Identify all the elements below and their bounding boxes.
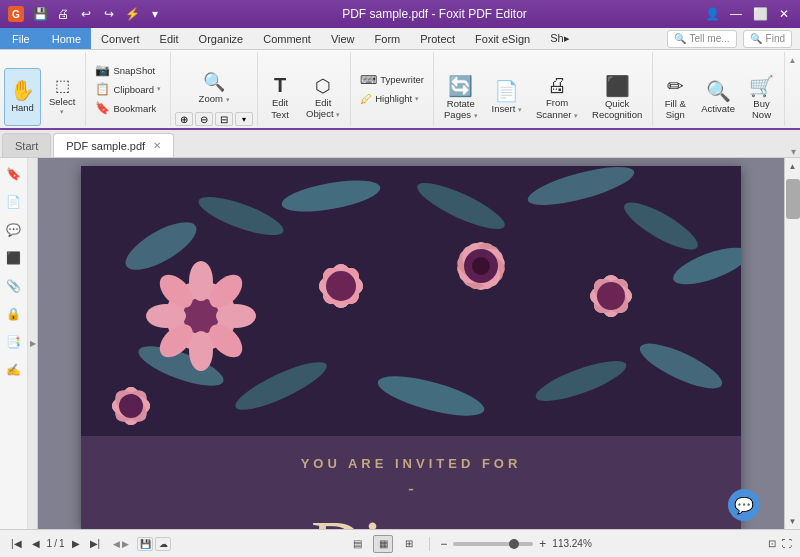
foxit-chat-btn[interactable]: 💬	[728, 489, 760, 521]
first-page-btn[interactable]: |◀	[8, 537, 25, 550]
clipboard-label: Clipboard	[113, 84, 154, 95]
menu-file[interactable]: File	[0, 28, 42, 49]
zoom-out-btn[interactable]: ⊖	[195, 112, 213, 126]
page-nav-arrows: ◀ ▶	[113, 539, 129, 549]
clipboard-dropdown: ▾	[157, 85, 161, 93]
tab-start[interactable]: Start	[2, 133, 51, 157]
floral-svg	[81, 166, 741, 436]
sidebar-sign-btn[interactable]: ✍	[2, 358, 26, 382]
edit-object-btn[interactable]: ⬡ EditObject ▾	[300, 68, 346, 126]
zoom-dropdown2[interactable]: ▾	[235, 112, 253, 126]
tell-me-box[interactable]: 🔍 Tell me...	[667, 30, 737, 48]
next-page-btn[interactable]: ▶	[69, 537, 83, 550]
total-pages: 1	[59, 538, 65, 549]
sidebar-lock-btn[interactable]: 🔒	[2, 302, 26, 326]
zoom-plus-btn[interactable]: +	[539, 537, 546, 551]
menu-bar: File Home Convert Edit Organize Comment …	[0, 28, 800, 50]
save-btn-status[interactable]: 💾	[137, 537, 153, 551]
menu-comment[interactable]: Comment	[253, 28, 321, 49]
insert-btn[interactable]: 📄 Insert ▾	[486, 68, 528, 126]
nav-right-btn[interactable]: ▶	[122, 539, 129, 549]
svg-point-16	[189, 261, 213, 301]
fullscreen-btn[interactable]: ⛶	[782, 538, 792, 549]
cloud-btn[interactable]: ☁	[155, 537, 171, 551]
last-page-btn[interactable]: ▶|	[87, 537, 104, 550]
menu-convert[interactable]: Convert	[91, 28, 150, 49]
activate-btn[interactable]: 🔍 Activate	[695, 68, 741, 126]
menu-protect[interactable]: Protect	[410, 28, 465, 49]
double-page-btn[interactable]: ▦	[373, 535, 393, 553]
zoom-in-btn[interactable]: ⊕	[175, 112, 193, 126]
pdf-page: YOU ARE INVITED FOR - Dinner	[81, 166, 741, 529]
buy-now-btn[interactable]: 🛒 BuyNow	[743, 68, 780, 126]
zoom-slider[interactable]	[453, 542, 533, 546]
minimize-btn[interactable]: —	[728, 6, 744, 22]
qa-save[interactable]: 💾	[30, 4, 50, 24]
sidebar-expand-btn[interactable]: ▶	[28, 158, 38, 529]
qa-undo[interactable]: ↩	[76, 4, 96, 24]
scroll-up-btn[interactable]: ▲	[785, 158, 801, 174]
sidebar-bookmark-btn[interactable]: 🔖	[2, 162, 26, 186]
sidebar-pages-btn[interactable]: 📑	[2, 330, 26, 354]
menu-view[interactable]: View	[321, 28, 365, 49]
ribbon-group-hand-select: ✋ Hand ⬚ Select ▾	[0, 52, 86, 126]
restore-btn[interactable]: ⬜	[752, 6, 768, 22]
pdf-dash: -	[121, 479, 701, 500]
from-scanner-btn[interactable]: 🖨 FromScanner ▾	[530, 68, 584, 126]
svg-point-44	[472, 257, 490, 275]
svg-point-18	[216, 304, 256, 328]
quick-access-toolbar: 💾 🖨 ↩ ↪ ⚡ ▾	[30, 4, 165, 24]
clipboard-btn[interactable]: 📋 Clipboard ▾	[90, 80, 166, 98]
hand-btn[interactable]: ✋ Hand	[4, 68, 41, 126]
tabs-bar-right: ▾	[791, 146, 800, 157]
bookmark-btn[interactable]: 🔖 Bookmark	[90, 99, 166, 117]
menu-home[interactable]: Home	[42, 28, 91, 49]
menu-form[interactable]: Form	[365, 28, 411, 49]
snapshot-btn[interactable]: 📷 SnapShot	[90, 61, 166, 79]
menu-foxit-esign[interactable]: Foxit eSign	[465, 28, 540, 49]
find-box[interactable]: 🔍 Find	[743, 30, 792, 48]
title-bar: G 💾 🖨 ↩ ↪ ⚡ ▾ PDF sample.pdf - Foxit PDF…	[0, 0, 800, 28]
sidebar-layers-btn[interactable]: ⬛	[2, 246, 26, 270]
scroll-thumb[interactable]	[786, 179, 800, 219]
nav-left-btn[interactable]: ◀	[113, 539, 120, 549]
close-btn[interactable]: ✕	[776, 6, 792, 22]
scroll-down-btn[interactable]: ▼	[785, 513, 801, 529]
rotate-pages-btn[interactable]: 🔄 RotatePages ▾	[438, 68, 484, 126]
prev-page-btn[interactable]: ◀	[29, 537, 43, 550]
sidebar-comment-btn[interactable]: 💬	[2, 218, 26, 242]
ribbon-collapse-btn[interactable]: ▲	[784, 52, 800, 126]
menu-edit[interactable]: Edit	[150, 28, 189, 49]
zoom-btn[interactable]: 🔍 Zoom ▾	[193, 68, 236, 110]
qa-more[interactable]: ▾	[145, 4, 165, 24]
qa-run[interactable]: ⚡	[122, 4, 142, 24]
menu-organize[interactable]: Organize	[189, 28, 254, 49]
tabs-dropdown-btn[interactable]: ▾	[791, 146, 796, 157]
profile-btn[interactable]: 👤	[704, 6, 720, 22]
typewriter-btn[interactable]: ⌨ Typewriter	[355, 71, 429, 89]
sidebar-page-thumbnail-btn[interactable]: 📄	[2, 190, 26, 214]
sidebar-attachment-btn[interactable]: 📎	[2, 274, 26, 298]
fit-page-btn[interactable]: ⊟	[215, 112, 233, 126]
single-page-btn[interactable]: ▤	[347, 535, 367, 553]
tab-pdf-sample[interactable]: PDF sample.pdf ✕	[53, 133, 174, 157]
fit-window-btn[interactable]: ⊡	[768, 538, 776, 549]
menu-share[interactable]: Sh▸	[540, 28, 579, 49]
qa-redo[interactable]: ↪	[99, 4, 119, 24]
edit-text-btn[interactable]: T EditText	[262, 68, 298, 126]
fill-sign-btn[interactable]: ✏ Fill &Sign	[657, 68, 693, 126]
zoom-minus-btn[interactable]: −	[440, 537, 447, 551]
svg-point-53	[597, 282, 625, 310]
qa-print[interactable]: 🖨	[53, 4, 73, 24]
zoom-slider-thumb[interactable]	[509, 539, 519, 549]
select-btn[interactable]: ⬚ Select ▾	[43, 68, 81, 126]
find-label: Find	[766, 33, 785, 44]
quick-recognition-btn[interactable]: ⬛ QuickRecognition	[586, 68, 648, 126]
scroll-view-btn[interactable]: ⊞	[399, 535, 419, 553]
tab-close-btn[interactable]: ✕	[153, 140, 161, 151]
scroll-track	[785, 174, 800, 513]
status-bar: |◀ ◀ 1 / 1 ▶ ▶| ◀ ▶ 💾 ☁ ▤ ▦ ⊞ − + 113.24	[0, 529, 800, 557]
typewriter-icon: ⌨	[360, 73, 377, 87]
highlight-btn[interactable]: 🖊 Highlight ▾	[355, 90, 429, 108]
title-bar-controls: 👤 — ⬜ ✕	[704, 6, 792, 22]
